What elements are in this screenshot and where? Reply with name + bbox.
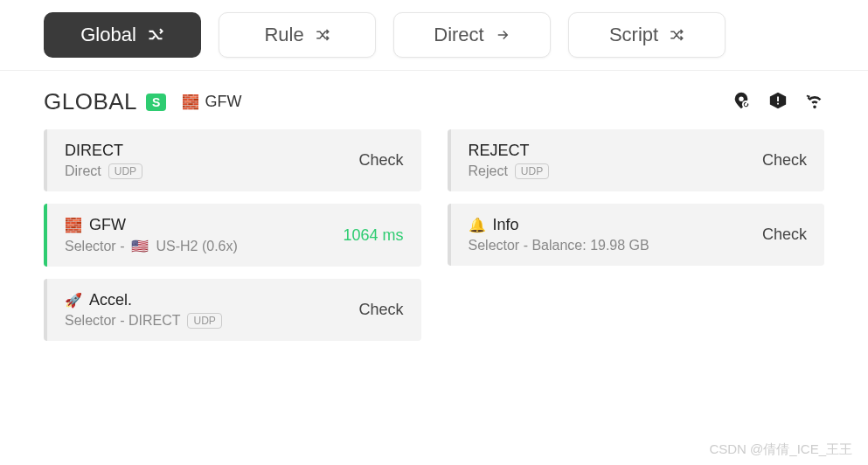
watermark: CSDN @倩倩_ICE_王王 (709, 441, 852, 458)
tab-label: Rule (264, 24, 303, 46)
proxy-card-direct[interactable]: DIRECT Direct UDP Check (44, 129, 421, 191)
tab-label: Global (80, 24, 136, 46)
alert-icon[interactable] (768, 91, 788, 114)
udp-badge: UDP (515, 163, 549, 179)
check-button[interactable]: Check (762, 226, 807, 244)
rocket-icon: 🚀 (65, 292, 82, 309)
svg-point-0 (742, 101, 750, 108)
proxy-card-gfw[interactable]: 🧱 GFW Selector - 🇺🇸 US-H2 (0.6x) 1064 ms (44, 204, 421, 267)
header-left: GLOBAL S 🧱 GFW (44, 88, 241, 115)
card-subtitle: Selector - 🇺🇸 US-H2 (0.6x) (65, 238, 343, 254)
card-subtitle: Selector - DIRECT UDP (65, 313, 358, 329)
bell-icon: 🔔 (469, 217, 486, 233)
wifi-speed-icon[interactable] (805, 91, 824, 114)
proxy-grid: DIRECT Direct UDP Check 🧱 GFW Selector -… (0, 129, 868, 341)
check-button[interactable]: Check (358, 301, 403, 319)
header-actions (732, 91, 824, 114)
shuffle-icon (147, 26, 164, 44)
flag-us-icon: 🇺🇸 (131, 238, 149, 254)
udp-badge: UDP (187, 313, 221, 329)
tab-direct[interactable]: Direct (393, 12, 551, 58)
card-subtitle: Reject UDP (469, 163, 762, 179)
tab-label: Direct (434, 24, 483, 46)
card-title: 🚀 Accel. (65, 291, 358, 309)
grid-col-left: DIRECT Direct UDP Check 🧱 GFW Selector -… (44, 129, 421, 341)
proxy-card-reject[interactable]: REJECT Reject UDP Check (448, 129, 825, 191)
current-proxy-label: 🧱 GFW (182, 93, 241, 111)
page-title: GLOBAL (44, 88, 137, 115)
brick-icon: 🧱 (65, 217, 82, 233)
arrow-right-icon (495, 27, 510, 43)
tab-script[interactable]: Script (568, 12, 726, 58)
grid-col-right: REJECT Reject UDP Check 🔔 Info Selector … (448, 129, 825, 341)
proxy-name: GFW (205, 93, 241, 111)
group-header: GLOBAL S 🧱 GFW (0, 71, 868, 129)
shuffle-icon (669, 27, 684, 43)
proxy-card-info[interactable]: 🔔 Info Selector - Balance: 19.98 GB Chec… (448, 204, 825, 266)
latency-value[interactable]: 1064 ms (343, 226, 403, 245)
brick-icon: 🧱 (182, 94, 199, 110)
tab-global[interactable]: Global (44, 12, 201, 58)
card-subtitle: Direct UDP (65, 163, 358, 179)
mode-tabs: Global Rule Direct Script (0, 0, 868, 71)
proxy-card-accel[interactable]: 🚀 Accel. Selector - DIRECT UDP Check (44, 279, 421, 341)
card-title: 🧱 GFW (65, 216, 343, 234)
check-button[interactable]: Check (762, 151, 807, 170)
card-title: 🔔 Info (469, 216, 762, 234)
location-refresh-icon[interactable] (732, 91, 751, 114)
card-title: REJECT (469, 142, 762, 160)
check-button[interactable]: Check (358, 151, 403, 170)
shuffle-icon (315, 27, 330, 43)
card-subtitle: Selector - Balance: 19.98 GB (469, 238, 762, 253)
selector-badge: S (146, 94, 166, 111)
card-title: DIRECT (65, 142, 358, 160)
tab-label: Script (609, 24, 658, 46)
tab-rule[interactable]: Rule (219, 12, 376, 58)
udp-badge: UDP (108, 163, 142, 179)
